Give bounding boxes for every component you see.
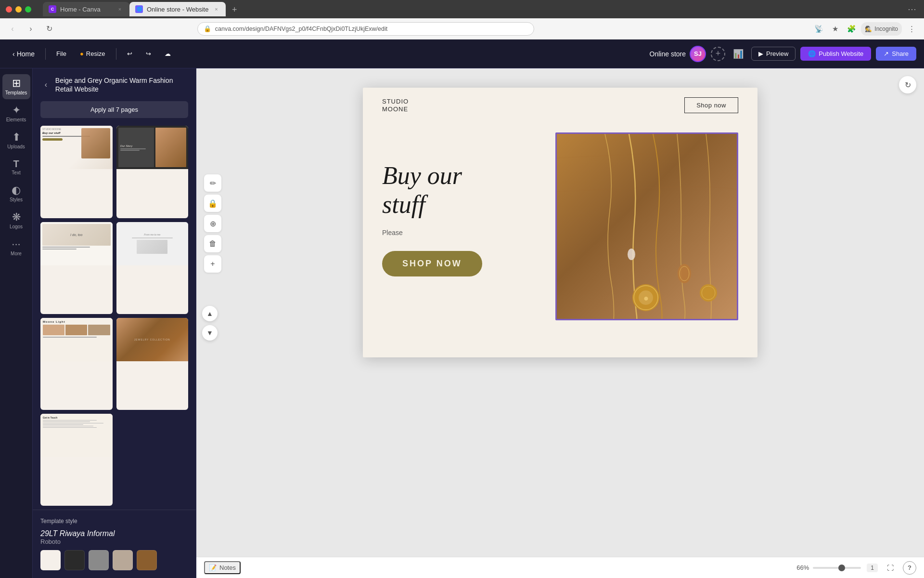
color-swatch-2[interactable] bbox=[64, 550, 85, 570]
notes-label: Notes bbox=[219, 564, 236, 571]
url-text: canva.com/design/DAFNVgs2_p0/f4CFnbQjxDi… bbox=[215, 26, 387, 32]
template-thumb-2[interactable]: Our Story bbox=[116, 126, 189, 218]
share-button[interactable]: ↗ Share bbox=[876, 47, 916, 61]
help-button[interactable]: ? bbox=[903, 561, 916, 575]
templates-panel: ‹ Beige and Grey Organic Warm Fashion Re… bbox=[33, 68, 196, 578]
publish-website-button[interactable]: 🌐 Publish Website bbox=[800, 47, 871, 61]
edit-tool-button[interactable]: ✏ bbox=[204, 174, 221, 192]
file-menu-button[interactable]: File bbox=[51, 47, 71, 60]
browser-more-icon[interactable]: ⋯ bbox=[906, 2, 918, 16]
extensions-icon[interactable]: 🧩 bbox=[845, 22, 858, 36]
tab-canva-close[interactable]: × bbox=[116, 5, 124, 13]
redo-button[interactable]: ↪ bbox=[141, 47, 156, 60]
lock-tool-button[interactable]: 🔒 bbox=[204, 195, 221, 212]
fullscreen-traffic-light[interactable] bbox=[25, 6, 31, 13]
page-indicator: 1 bbox=[867, 564, 878, 572]
lock-icon: 🔒 bbox=[204, 25, 211, 32]
template-thumb-3[interactable]: I do, too bbox=[40, 222, 113, 314]
canvas-scroll-area[interactable]: STUDIO MOONE Shop now Buy our stuff bbox=[196, 68, 924, 557]
zoom-slider[interactable] bbox=[813, 567, 861, 569]
design-shop-now-button[interactable]: Shop now bbox=[684, 97, 738, 113]
back-button[interactable]: ‹ bbox=[6, 22, 19, 36]
sidebar-item-styles[interactable]: ◐ Styles bbox=[2, 181, 30, 206]
logos-label: Logos bbox=[10, 224, 23, 229]
address-bar[interactable]: 🔒 canva.com/design/DAFNVgs2_p0/f4CFnbQjx… bbox=[197, 22, 534, 36]
tab-canva[interactable]: C Home - Canva × bbox=[43, 2, 129, 16]
font-names: 29LT Riwaya Informal Roboto bbox=[40, 529, 188, 545]
sidebar-item-elements[interactable]: ✦ Elements bbox=[2, 101, 30, 126]
page-number: 1 bbox=[871, 565, 874, 571]
browser-tabs: C Home - Canva × 🌐 Online store - Websit… bbox=[43, 2, 902, 16]
preview-icon: ▶ bbox=[758, 50, 763, 57]
canvas-tools: ✏ 🔒 ⊕ 🗑 + bbox=[204, 174, 221, 273]
apply-all-label: Apply all 7 pages bbox=[90, 106, 138, 113]
incognito-label: Incognito bbox=[874, 26, 898, 32]
fullscreen-button[interactable]: ⛶ bbox=[884, 561, 897, 575]
sidebar-item-more[interactable]: ··· More bbox=[2, 235, 30, 260]
cta-label: SHOP NOW bbox=[402, 259, 462, 268]
templates-icon: ⊞ bbox=[12, 78, 21, 89]
template-thumb-4[interactable]: From me to me bbox=[116, 222, 189, 314]
new-tab-button[interactable]: + bbox=[228, 3, 241, 16]
more-label: More bbox=[11, 251, 22, 256]
color-swatch-5[interactable] bbox=[137, 550, 157, 570]
apply-all-button[interactable]: Apply all 7 pages bbox=[40, 101, 188, 118]
color-swatch-3[interactable] bbox=[89, 550, 109, 570]
template-thumb-5[interactable]: Moone Light bbox=[40, 318, 113, 410]
close-traffic-light[interactable] bbox=[6, 6, 12, 13]
user-avatar[interactable]: SJ bbox=[690, 46, 706, 62]
notes-button[interactable]: 📝 Notes bbox=[204, 561, 241, 574]
canvas-refresh-button[interactable]: ↻ bbox=[899, 76, 916, 93]
sidebar-item-templates[interactable]: ⊞ Templates bbox=[2, 74, 30, 99]
design-hero: Buy our stuff Please SHOP NOW bbox=[363, 123, 757, 340]
template-thumb-1[interactable]: STUDIO MOONE Buy our stuff bbox=[40, 126, 113, 218]
panel-back-button[interactable]: ‹ bbox=[40, 78, 51, 92]
sidebar-item-text[interactable]: T Text bbox=[2, 155, 30, 179]
preview-button[interactable]: ▶ Preview bbox=[751, 47, 796, 61]
template-thumb-6[interactable]: JEWELRY COLLECTION bbox=[116, 318, 189, 410]
svg-text:⬤: ⬤ bbox=[644, 296, 648, 301]
project-name: Online store bbox=[650, 50, 686, 58]
canva-main: ⊞ Templates ✦ Elements ⬆ Uploads T Text … bbox=[0, 68, 924, 578]
publish-label: Publish Website bbox=[819, 50, 863, 57]
template-thumb-7[interactable]: Get in Touch bbox=[40, 414, 113, 506]
toolbar-divider-2 bbox=[116, 48, 116, 60]
resize-button[interactable]: ● Resize bbox=[75, 47, 110, 60]
tab-online-close[interactable]: × bbox=[212, 5, 220, 13]
plus-tool-button[interactable]: + bbox=[204, 255, 221, 273]
browser-titlebar: C Home - Canva × 🌐 Online store - Websit… bbox=[0, 0, 924, 18]
forward-button[interactable]: › bbox=[24, 22, 38, 36]
minimize-traffic-light[interactable] bbox=[15, 6, 22, 13]
bookmark-icon[interactable]: ★ bbox=[828, 22, 842, 36]
analytics-icon[interactable]: 📊 bbox=[730, 46, 746, 62]
uploads-label: Uploads bbox=[7, 144, 25, 149]
home-label: Home bbox=[17, 50, 35, 58]
reload-button[interactable]: ↻ bbox=[42, 22, 56, 36]
add-collaborator-button[interactable]: + bbox=[711, 47, 725, 61]
color-swatch-1[interactable] bbox=[40, 550, 61, 570]
cast-icon[interactable]: 📡 bbox=[812, 22, 825, 36]
file-label: File bbox=[56, 50, 66, 57]
canvas-scroll-up-button[interactable]: ▲ bbox=[202, 306, 218, 321]
color-swatch-4[interactable] bbox=[113, 550, 133, 570]
design-cta-button[interactable]: SHOP NOW bbox=[382, 251, 482, 276]
publish-icon: 🌐 bbox=[808, 50, 816, 57]
design-jewelry-image[interactable]: ⬤ bbox=[555, 132, 738, 320]
sidebar-item-uploads[interactable]: ⬆ Uploads bbox=[2, 128, 30, 153]
resize-label: Resize bbox=[86, 50, 105, 57]
delete-tool-button[interactable]: 🗑 bbox=[204, 235, 221, 252]
hide-panel-button[interactable]: ‹ bbox=[191, 312, 196, 335]
undo-button[interactable]: ↩ bbox=[122, 47, 137, 60]
jewelry-photo: ⬤ bbox=[557, 134, 737, 319]
canvas-scroll-down-button[interactable]: ▼ bbox=[202, 325, 218, 341]
sidebar-item-logos[interactable]: ❋ Logos bbox=[2, 208, 30, 233]
home-button[interactable]: ‹ Home bbox=[8, 47, 39, 61]
tab-online[interactable]: 🌐 Online store - Website × bbox=[129, 2, 226, 16]
svg-point-7 bbox=[700, 284, 717, 302]
color-swatches bbox=[40, 550, 188, 570]
logo-line1: STUDIO bbox=[382, 98, 409, 105]
browser-menu-icon[interactable]: ⋮ bbox=[905, 22, 918, 36]
tab-canva-title: Home - Canva bbox=[60, 6, 101, 13]
layers-tool-button[interactable]: ⊕ bbox=[204, 215, 221, 232]
save-status-button[interactable]: ☁ bbox=[160, 47, 176, 60]
